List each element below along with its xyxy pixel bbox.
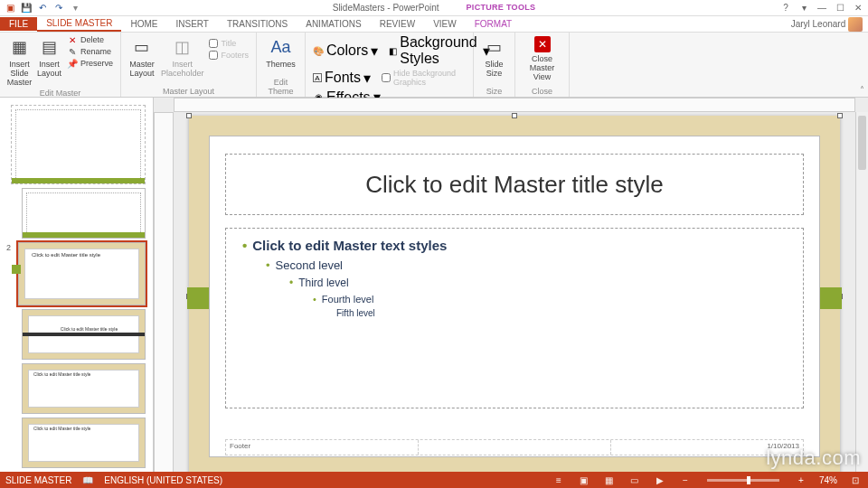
ribbon-options-icon[interactable]: ▾	[797, 2, 810, 14]
fonts-button[interactable]: AFonts ▾	[311, 68, 373, 88]
thumbnail-number: 2	[6, 243, 11, 252]
zoom-out-icon[interactable]: −	[678, 474, 693, 486]
collapse-ribbon-icon[interactable]: ˄	[860, 85, 864, 95]
close-master-view-button[interactable]: ✕ Close Master View	[521, 34, 563, 83]
body-placeholder[interactable]: •Click to edit Master text styles •Secon…	[225, 228, 804, 408]
thumbnail-panel[interactable]: 2 Click to edit Master title style Click…	[0, 98, 154, 481]
insert-slide-master-button[interactable]: ▦ Insert Slide Master	[5, 34, 33, 89]
zoom-slider[interactable]	[707, 479, 779, 482]
rename-icon: ✎	[67, 46, 78, 57]
rename-button[interactable]: ✎Rename	[65, 46, 115, 57]
title-bar: ▣ 💾 ↶ ↷ ▾ SlideMasters - PowerPoint PICT…	[0, 0, 868, 16]
tab-format[interactable]: FORMAT	[466, 17, 521, 31]
slide[interactable]: Click to edit Master title style •Click …	[189, 116, 840, 477]
thumbnail-layout-3[interactable]: Click to edit Master title style	[22, 309, 146, 360]
tab-slide-master[interactable]: SLIDE MASTER	[37, 16, 121, 32]
context-tab-label: PICTURE TOOLS	[467, 3, 536, 13]
ruler-horizontal[interactable]	[174, 98, 855, 112]
colors-icon: 🎨	[313, 45, 324, 56]
resize-handle[interactable]	[512, 113, 517, 118]
tab-view[interactable]: VIEW	[424, 17, 466, 31]
footer-placeholder[interactable]: Footer 1/10/2013	[225, 439, 804, 455]
title-placeholder[interactable]: Click to edit Master title style	[225, 154, 804, 215]
undo-icon[interactable]: ↶	[36, 2, 49, 14]
themes-button[interactable]: Aa Themes	[262, 34, 299, 70]
view-reading-icon[interactable]: ▭	[627, 474, 642, 486]
save-icon[interactable]: 💾	[20, 2, 33, 14]
qat-dropdown-icon[interactable]: ▾	[69, 2, 81, 14]
master-layout-icon: ▭	[131, 36, 153, 58]
close-icon[interactable]: ✕	[852, 2, 864, 14]
footer-text: Footer	[226, 440, 419, 455]
group-background: 🎨Colors ▾ ◧Background Styles ▾ AFonts ▾ …	[306, 33, 474, 97]
themes-icon: Aa	[270, 36, 292, 58]
fit-to-window-icon[interactable]: ⊡	[848, 474, 863, 486]
notes-button[interactable]: ≡	[552, 474, 566, 486]
status-language[interactable]: ENGLISH (UNITED STATES)	[104, 475, 222, 485]
master-layout-button[interactable]: ▭ Master Layout	[127, 34, 157, 80]
powerpoint-icon: ▣	[4, 2, 16, 14]
avatar[interactable]	[848, 17, 863, 32]
group-size: ▭ Slide Size Size	[474, 33, 515, 97]
hide-bg-checkbox[interactable]: Hide Background Graphics	[380, 68, 467, 88]
scroll-thumb[interactable]	[858, 116, 866, 170]
view-slideshow-icon[interactable]: ▶	[653, 474, 667, 486]
preserve-icon: 📌	[67, 58, 78, 69]
group-label-close: Close	[521, 87, 563, 96]
minimize-icon[interactable]: —	[816, 2, 828, 14]
footers-checkbox[interactable]: Footers	[207, 50, 250, 61]
canvas[interactable]: Click to edit Master title style •Click …	[174, 112, 855, 481]
resize-handle[interactable]	[186, 113, 192, 118]
thumbnail-layout-5[interactable]: Click to edit Master title style	[22, 418, 146, 468]
fonts-icon: A	[313, 73, 322, 82]
resize-handle[interactable]	[837, 113, 843, 118]
slide-size-button[interactable]: ▭ Slide Size	[479, 34, 509, 80]
thumbnail-layout-1[interactable]	[22, 188, 146, 239]
status-bar: SLIDE MASTER 📖 ENGLISH (UNITED STATES) ≡…	[0, 472, 868, 488]
placeholder-icon: ◫	[172, 36, 193, 58]
tab-animations[interactable]: ANIMATIONS	[297, 17, 370, 31]
spell-check-icon[interactable]: 📖	[82, 475, 93, 485]
watermark: lynda.com	[766, 446, 861, 470]
tab-transitions[interactable]: TRANSITIONS	[218, 17, 297, 31]
slide-master-icon: ▦	[8, 36, 30, 58]
tab-file[interactable]: FILE	[0, 17, 37, 31]
zoom-level[interactable]: 74%	[819, 475, 837, 485]
thumbnail-layout-4[interactable]: Click to edit Master title style	[22, 363, 146, 414]
ribbon: ▦ Insert Slide Master ▤ Insert Layout ✕D…	[0, 33, 868, 98]
group-edit-master: ▦ Insert Slide Master ▤ Insert Layout ✕D…	[0, 33, 121, 97]
slide-editor[interactable]: Click to edit Master title style •Click …	[154, 98, 868, 481]
ruler-vertical[interactable]	[154, 112, 174, 481]
ribbon-tabs: FILE SLIDE MASTER HOME INSERT TRANSITION…	[0, 16, 868, 33]
tab-home[interactable]: HOME	[121, 17, 166, 31]
window-controls: ? ▾ — ☐ ✕	[779, 2, 864, 14]
view-sorter-icon[interactable]: ▦	[602, 474, 617, 486]
delete-button[interactable]: ✕Delete	[65, 34, 115, 45]
bg-styles-icon: ◧	[389, 45, 397, 56]
delete-icon: ✕	[67, 34, 78, 45]
colors-button[interactable]: 🎨Colors ▾	[311, 34, 380, 67]
redo-icon[interactable]: ↷	[52, 2, 65, 14]
thumb-title-text: Click to edit Master title style	[32, 252, 137, 258]
thumbnail-layout-2[interactable]: 2 Click to edit Master title style	[18, 242, 146, 305]
tab-review[interactable]: REVIEW	[371, 17, 424, 31]
slide-size-icon: ▭	[484, 36, 505, 58]
tab-insert[interactable]: INSERT	[166, 17, 218, 31]
body: 2 Click to edit Master title style Click…	[0, 98, 868, 481]
insert-layout-button[interactable]: ▤ Insert Layout	[37, 34, 61, 80]
preserve-button[interactable]: 📌Preserve	[65, 58, 115, 69]
quick-access-toolbar: ▣ 💾 ↶ ↷ ▾	[0, 2, 85, 14]
group-label-size: Size	[479, 87, 509, 96]
thumbnail-master-1[interactable]	[11, 105, 146, 184]
document-title: SlideMasters - PowerPoint	[333, 3, 439, 13]
title-checkbox[interactable]: Title	[207, 38, 250, 49]
maximize-icon[interactable]: ☐	[834, 2, 846, 14]
insert-placeholder-button[interactable]: ◫ Insert Placeholder	[161, 34, 204, 80]
user-name[interactable]: Jaryl Leonard	[791, 17, 863, 32]
title-placeholder-text: Click to edit Master title style	[365, 171, 663, 199]
scrollbar-vertical[interactable]	[855, 112, 868, 481]
view-normal-icon[interactable]: ▣	[577, 474, 591, 486]
zoom-in-icon[interactable]: +	[794, 474, 808, 486]
help-icon[interactable]: ?	[779, 2, 792, 14]
layout-icon: ▤	[38, 36, 60, 58]
